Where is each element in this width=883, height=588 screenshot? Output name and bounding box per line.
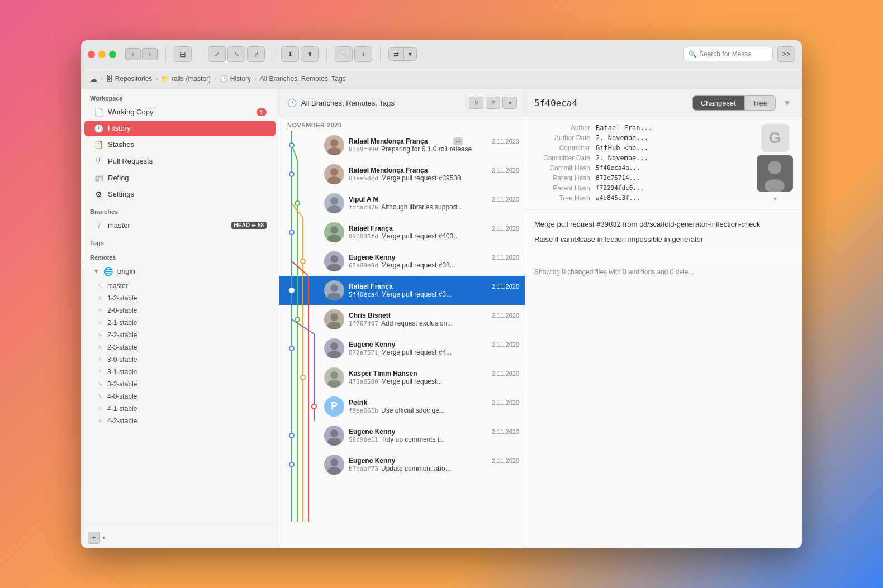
remote-2-1-stable-label: 2-1-stable [107, 319, 137, 327]
commit-hash: 473a6500 [349, 378, 378, 385]
more-button[interactable]: >> [777, 46, 795, 62]
more-button[interactable]: ··· [453, 137, 463, 145]
commit-row-selected[interactable]: Rafael França 2.11.2020 5f40eca4 Merge p… [279, 276, 525, 305]
avatar [324, 251, 344, 271]
sidebar-remote-2-2-stable[interactable]: ⑂ 2-2-stable [81, 329, 279, 341]
search-icon: 🔍 [689, 50, 697, 58]
commit-row[interactable]: Vipul A M 2.11.2020 fdfac876 Although li… [279, 189, 525, 218]
dropdown-arrow[interactable]: ▾ [102, 534, 105, 541]
commit-message: Merge pull request #3... [381, 290, 452, 298]
remote-branch-icon-4: ⑂ [99, 319, 103, 326]
sidebar-item-master[interactable]: ⑂ master HEAD ⬅ 58 [84, 218, 276, 233]
breadcrumb-history-label: History [230, 75, 251, 83]
detail-dropdown-arrow[interactable]: ▾ [781, 90, 793, 116]
remote-branch-icon-2: ⑂ [99, 295, 103, 302]
sidebar-remote-1-2-stable[interactable]: ⑂ 1-2-stable [81, 292, 279, 304]
avatar [324, 164, 344, 184]
committer-date-key: Committer Date [543, 154, 590, 162]
svg-point-32 [768, 161, 781, 174]
sidebar-remote-3-1-stable[interactable]: ⑂ 3-1-stable [81, 366, 279, 378]
stashes-icon: 📋 [93, 140, 103, 149]
sidebar-item-history[interactable]: 🕐 History [84, 121, 276, 136]
sidebar-item-reflog[interactable]: 📰 Reflog [84, 170, 276, 186]
sidebar-remote-4-0-stable[interactable]: ⑂ 4-0-stable [81, 390, 279, 403]
commit-row[interactable]: Eugene Kenny 2.11.2020 67e69e8d Merge pu… [279, 247, 525, 276]
merge-dropdown[interactable]: ▾ [404, 48, 416, 60]
add-button[interactable]: + [88, 532, 100, 544]
svg-point-20 [327, 293, 341, 300]
sidebar-item-working-copy[interactable]: 📄 Working Copy 1 [84, 104, 276, 120]
sidebar-remote-2-0-stable[interactable]: ⑂ 2-0-stable [81, 304, 279, 317]
commit-info: Rafael França 2.11.2020 5f40eca4 Merge p… [344, 283, 519, 298]
tab-changeset[interactable]: Changeset [692, 95, 744, 111]
sidebar-item-pull-requests[interactable]: ⑂ Pull Requests [84, 153, 276, 170]
breadcrumb-repositories-label: Repositories [115, 75, 153, 83]
sidebar-item-stashes[interactable]: 📋 Stashes [84, 137, 276, 152]
committer-date-val: 2. Novembe... [596, 154, 743, 162]
close-button[interactable] [88, 51, 95, 58]
settings-label: Settings [108, 190, 134, 198]
maximize-button[interactable] [109, 51, 116, 58]
commit-row[interactable]: Rafael França 2.11.2020 890035fd Merge p… [279, 218, 525, 247]
branch-filter-button[interactable]: ⑂ [469, 97, 483, 109]
remote-branch-icon-10: ⑂ [99, 393, 103, 400]
commit-row[interactable]: Kasper Timm Hansen 2.11.2020 473a6500 Me… [279, 363, 525, 392]
commit-author: Eugene Kenny [349, 428, 395, 436]
committer-key: Committer [543, 144, 590, 152]
commit-hash: 81ee5dcd [349, 175, 378, 182]
forward-button[interactable]: › [142, 48, 158, 60]
breadcrumb-sep-1: › [101, 75, 103, 82]
sidebar-toggle-button[interactable]: ⊟ [174, 46, 192, 62]
commit-message-area: Merge pull request #39832 from p8/scaffo… [525, 210, 802, 259]
sidebar-remote-4-1-stable[interactable]: ⑂ 4-1-stable [81, 403, 279, 415]
sidebar-remote-master[interactable]: ⑂ master [81, 280, 279, 292]
breadcrumb-filter[interactable]: All Branches, Remotes, Tags [260, 75, 346, 83]
commit-row[interactable]: Eugene Kenny 2.11.2020 b7eaaf73 Update c… [279, 450, 525, 479]
search-bar[interactable]: 🔍 Search for Messa [683, 47, 773, 61]
commit-info: Eugene Kenny 2.11.2020 872e7571 Merge pu… [344, 341, 519, 356]
push-button[interactable]: ⬆ [301, 46, 319, 62]
sidebar-remote-3-2-stable[interactable]: ⑂ 3-2-stable [81, 378, 279, 390]
breadcrumb-repositories[interactable]: 🗄 Repositories [106, 75, 153, 83]
expand-button[interactable]: ⤤ [247, 46, 265, 62]
commit-row[interactable]: P Petrik 2.11.2020 f9ae061b Use official… [279, 392, 525, 421]
sidebar-item-settings[interactable]: ⚙ Settings [84, 187, 276, 202]
sidebar-remote-4-2-stable[interactable]: ⑂ 4-2-stable [81, 415, 279, 427]
commit-row[interactable]: Chris Bisnett 2.11.2020 1f767407 Add req… [279, 305, 525, 334]
breadcrumb-repo[interactable]: 📁 rails (master) [161, 75, 211, 83]
svg-point-28 [327, 438, 341, 446]
commit-row[interactable]: Rafael Mendonça França ··· 2.11.2020 838… [279, 131, 525, 160]
sidebar-remote-3-0-stable[interactable]: ⑂ 3-0-stable [81, 353, 279, 366]
breadcrumb-cloud[interactable]: ☁ [90, 75, 97, 83]
tag-button[interactable]: ↕ [354, 46, 372, 62]
merge-button[interactable]: ⇄ ▾ [388, 47, 417, 61]
remote-branch-icon-7: ⑂ [99, 356, 103, 363]
commit-author: Eugene Kenny [349, 341, 395, 348]
origin-label: origin [117, 267, 135, 275]
commit-row[interactable]: Rafael Mendonça França 2.11.2020 81ee5dc… [279, 160, 525, 189]
minimize-button[interactable] [98, 51, 106, 58]
author-date-key: Author Date [543, 134, 590, 142]
commit-row[interactable]: Eugene Kenny 2.11.2020 56c9be11 Tidy up … [279, 421, 525, 450]
sidebar-item-origin[interactable]: ▼ 🌐 origin [84, 264, 276, 279]
commit-row[interactable]: Eugene Kenny 2.11.2020 872e7571 Merge pu… [279, 334, 525, 363]
commit-date: 2.11.2020 [492, 399, 519, 406]
branches-section-label: Branches [81, 203, 279, 217]
menu-button[interactable]: ≡ [486, 97, 500, 109]
commit-view-button[interactable]: ⤢ [208, 46, 226, 62]
sidebar-remote-2-3-stable[interactable]: ⑂ 2-3-stable [81, 341, 279, 353]
collapse-button[interactable]: ⤡ [227, 46, 245, 62]
dropdown-button[interactable]: ▾ [502, 97, 517, 109]
commit-info: Chris Bisnett 2.11.2020 1f767407 Add req… [344, 312, 519, 327]
fetch-button[interactable]: ⬇ [281, 46, 299, 62]
commit-author: Petrik [349, 399, 367, 407]
dropdown-arrow-photos[interactable]: ▾ [773, 195, 777, 203]
tab-tree[interactable]: Tree [744, 95, 776, 111]
remote-master-label: master [107, 282, 128, 290]
sidebar-remote-2-1-stable[interactable]: ⑂ 2-1-stable [81, 317, 279, 329]
titlebar: ‹ › ⊟ ⤢ ⤡ ⤤ ⬇ ⬆ ⑂ ↕ ⇄ ▾ 🔍 Search for [81, 40, 802, 69]
back-button[interactable]: ‹ [125, 48, 141, 60]
author-photos: G ▾ [752, 117, 793, 209]
branch-button[interactable]: ⑂ [335, 46, 353, 62]
breadcrumb-history[interactable]: 🕐 History [220, 75, 251, 83]
